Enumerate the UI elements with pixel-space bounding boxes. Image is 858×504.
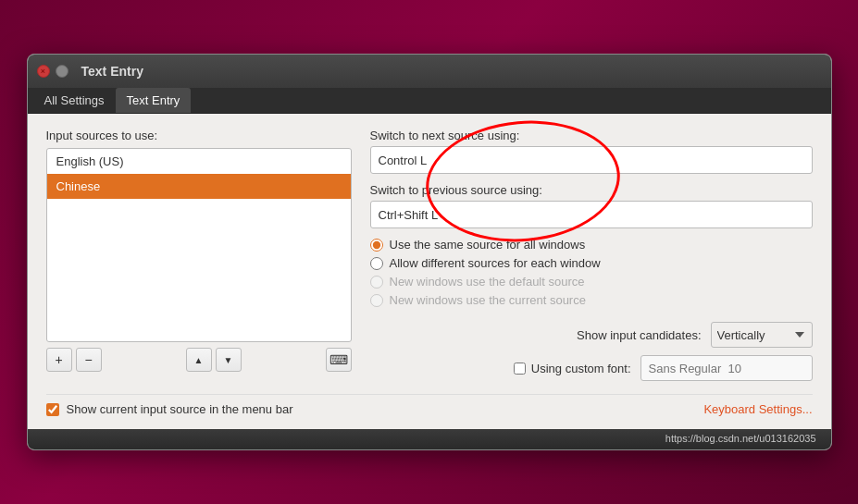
radio-default-source-label: New windows use the default source bbox=[390, 275, 585, 289]
custom-font-row: Using custom font: bbox=[370, 355, 813, 381]
switch-next-group: Switch to next source using: bbox=[370, 129, 813, 174]
radio-diff-source-label: Allow different sources for each window bbox=[390, 256, 601, 270]
list-item-chinese[interactable]: Chinese bbox=[47, 174, 351, 199]
switch-prev-input[interactable] bbox=[370, 201, 813, 228]
radio-same-source: Use the same source for all windows bbox=[370, 238, 813, 252]
titlebar: × Text Entry bbox=[28, 55, 831, 88]
radio-same-source-input[interactable] bbox=[370, 239, 383, 252]
input-sources-list: English (US) Chinese bbox=[46, 148, 352, 342]
main-window: × Text Entry All Settings Text Entry Inp… bbox=[27, 54, 832, 450]
right-col-inner: Switch to next source using: Switch to p… bbox=[370, 129, 813, 307]
right-column: Switch to next source using: Switch to p… bbox=[370, 129, 813, 381]
list-item-english[interactable]: English (US) bbox=[47, 149, 351, 174]
radio-default-source: New windows use the default source bbox=[370, 275, 813, 289]
radio-current-source: New windows use the current source bbox=[370, 293, 813, 307]
add-source-button[interactable]: + bbox=[46, 348, 72, 372]
custom-font-label: Using custom font: bbox=[514, 362, 631, 375]
keyboard-settings-link[interactable]: Keyboard Settings... bbox=[703, 402, 812, 416]
radio-diff-source: Allow different sources for each window bbox=[370, 256, 813, 270]
show-source-row: Show current input source in the menu ba… bbox=[46, 402, 293, 416]
custom-font-input[interactable] bbox=[640, 355, 813, 381]
candidates-label: Show input candidates: bbox=[577, 328, 701, 342]
show-source-checkbox[interactable] bbox=[46, 403, 59, 416]
keyboard-layout-button[interactable]: ⌨ bbox=[326, 348, 352, 372]
radio-current-source-input[interactable] bbox=[370, 294, 383, 307]
footer-row: Show current input source in the menu ba… bbox=[46, 394, 813, 416]
switch-next-input[interactable] bbox=[370, 146, 813, 174]
move-up-button[interactable]: ▲ bbox=[186, 348, 212, 372]
list-toolbar: + − ▲ ▼ ⌨ bbox=[46, 348, 352, 372]
radio-same-source-label: Use the same source for all windows bbox=[390, 238, 586, 252]
url-bar: https://blog.csdn.net/u013162035 bbox=[28, 429, 831, 449]
window-controls: × bbox=[37, 65, 68, 78]
move-down-button[interactable]: ▼ bbox=[216, 348, 242, 372]
minimize-button[interactable] bbox=[56, 65, 68, 78]
left-column: Input sources to use: English (US) Chine… bbox=[46, 129, 352, 381]
close-button[interactable]: × bbox=[37, 65, 50, 78]
custom-font-checkbox[interactable] bbox=[514, 363, 526, 375]
url-text: https://blog.csdn.net/u013162035 bbox=[665, 433, 816, 444]
switch-next-label: Switch to next source using: bbox=[370, 129, 813, 142]
candidates-dropdown[interactable]: Vertically Horizontally None bbox=[711, 322, 813, 348]
switch-prev-label: Switch to previous source using: bbox=[370, 183, 813, 197]
menubar-item-text-entry[interactable]: Text Entry bbox=[116, 88, 192, 113]
switch-prev-group: Switch to previous source using: bbox=[370, 183, 813, 228]
window-title: Text Entry bbox=[81, 64, 143, 79]
source-mode-group: Use the same source for all windows Allo… bbox=[370, 238, 813, 307]
radio-current-source-label: New windows use the current source bbox=[390, 293, 586, 307]
radio-default-source-input[interactable] bbox=[370, 276, 383, 289]
remove-source-button[interactable]: − bbox=[76, 348, 102, 372]
radio-diff-source-input[interactable] bbox=[370, 257, 383, 270]
show-source-label: Show current input source in the menu ba… bbox=[67, 402, 293, 416]
content-area: Input sources to use: English (US) Chine… bbox=[28, 114, 831, 429]
candidates-row: Show input candidates: Vertically Horizo… bbox=[370, 322, 813, 348]
menubar: All Settings Text Entry bbox=[28, 88, 831, 114]
input-sources-label: Input sources to use: bbox=[46, 129, 352, 142]
menubar-item-all-settings[interactable]: All Settings bbox=[33, 88, 116, 113]
main-columns: Input sources to use: English (US) Chine… bbox=[46, 129, 813, 381]
